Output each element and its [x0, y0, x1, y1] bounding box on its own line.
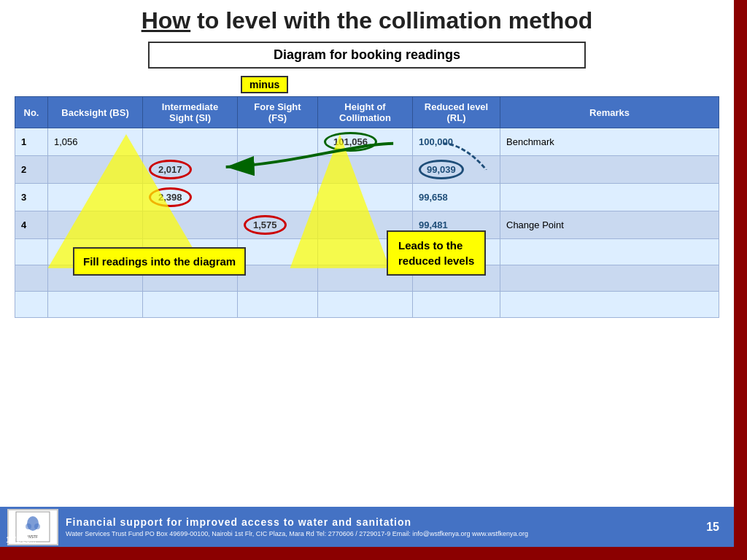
- hc-1-oval: 101,056: [324, 132, 377, 152]
- cell-rem-4: Change Point: [500, 211, 719, 239]
- cell-fs-1: [238, 128, 318, 156]
- cell-hc-3: [318, 184, 413, 211]
- minus-label-row: minus: [15, 76, 719, 96]
- table-row: 2 2,017 99,039: [15, 156, 719, 184]
- svg-point-7: [34, 524, 40, 529]
- table-row: [15, 292, 719, 318]
- cell-no-3: 3: [15, 184, 48, 211]
- cell-no-4: 4: [15, 211, 48, 239]
- col-rl: Reduced level (RL): [413, 97, 500, 128]
- col-fs: Fore Sight (FS): [238, 97, 318, 128]
- cell-rem-7: [500, 292, 719, 318]
- cell-si-7: [143, 292, 238, 318]
- si-3-oval: 2,398: [149, 187, 192, 207]
- cell-bs-7: [48, 292, 143, 318]
- red-border-right: [734, 0, 747, 560]
- col-no: No.: [15, 97, 48, 128]
- diagram-header: Diagram for booking readings: [148, 42, 586, 69]
- table-row: 4 1,575 99,481 Change Point: [15, 211, 719, 239]
- cell-si-2: 2,017: [143, 156, 238, 184]
- cell-no-5: [15, 239, 48, 265]
- si-2-oval: 2,017: [149, 160, 192, 179]
- callout-leads-to-levels: Leads to thereduced levels: [387, 230, 486, 276]
- svg-point-6: [26, 524, 31, 529]
- fs-4-oval: 1,575: [244, 215, 287, 235]
- cell-rem-5: [500, 239, 719, 265]
- minus-label: minus: [241, 76, 288, 93]
- cell-fs-7: [238, 292, 318, 318]
- cell-fs-3: [238, 184, 318, 211]
- cell-rl-7: [413, 292, 500, 318]
- footer-bar: WSTF Financial support for improved acce…: [0, 507, 734, 547]
- cell-bs-2: [48, 156, 143, 184]
- footer-page-number: 15: [706, 521, 727, 534]
- slide-content: How to level with the collimation method…: [0, 0, 734, 547]
- red-border-bottom: [0, 547, 747, 560]
- cell-bs-3: [48, 184, 143, 211]
- cell-fs-5: [238, 239, 318, 265]
- table-area: minus No. Backsight (BS) Intermediate Si…: [15, 76, 719, 318]
- cell-bs-1: 1,056: [48, 128, 143, 156]
- cell-rem-2: [500, 156, 719, 184]
- col-bs: Backsight (BS): [48, 97, 143, 128]
- cell-rem-1: Benchmark: [500, 128, 719, 156]
- cell-hc-1: 101,056: [318, 128, 413, 156]
- cell-fs-2: [238, 156, 318, 184]
- title-suffix: to level with the collimation method: [190, 7, 592, 34]
- rl-2-oval: 99,039: [419, 160, 464, 179]
- col-rem: Remarks: [500, 97, 719, 128]
- cell-hc-2: [318, 156, 413, 184]
- footer-main-text: Financial support for improved access to…: [66, 516, 706, 528]
- cell-rl-3: 99,658: [413, 184, 500, 211]
- cell-rl-2: 99,039: [413, 156, 500, 184]
- col-si: Intermediate Sight (SI): [143, 97, 238, 128]
- cell-fs-6: [238, 265, 318, 292]
- cell-rem-3: [500, 184, 719, 211]
- callout-fill-readings: Fill readings into the diagram: [73, 247, 246, 276]
- cell-si-1: [143, 128, 238, 156]
- footer-text-area: Financial support for improved access to…: [58, 516, 706, 537]
- cell-si-3: 2,398: [143, 184, 238, 211]
- cell-si-4: [143, 211, 238, 239]
- cell-no-2: 2: [15, 156, 48, 184]
- table-row: 1 1,056 101,056 100,000 Benchmark: [15, 128, 719, 156]
- cell-no-1: 1: [15, 128, 48, 156]
- table-header-row: No. Backsight (BS) Intermediate Sight (S…: [15, 97, 719, 128]
- cell-rem-6: [500, 265, 719, 292]
- footer-sub-text: Water Services Trust Fund PO Box 49699-0…: [66, 530, 706, 537]
- table-row: 3 2,398 99,658: [15, 184, 719, 211]
- title-underline: How: [142, 7, 191, 34]
- cell-no-6: [15, 265, 48, 292]
- cell-hc-7: [318, 292, 413, 318]
- page-title: How to level with the collimation method: [15, 7, 719, 34]
- cell-rl-1: 100,000: [413, 128, 500, 156]
- date-stamp: 10/1/20...: [6, 536, 36, 544]
- cell-no-7: [15, 292, 48, 318]
- cell-bs-4: [48, 211, 143, 239]
- col-hc: Height of Collimation: [318, 97, 413, 128]
- cell-fs-4: 1,575: [238, 211, 318, 239]
- data-table: No. Backsight (BS) Intermediate Sight (S…: [15, 96, 719, 318]
